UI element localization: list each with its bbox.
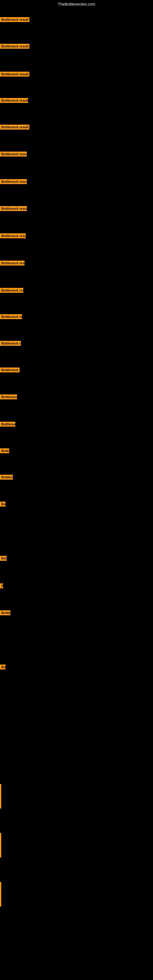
bottleneck-label: Bottleneck result: [0, 288, 23, 293]
bottleneck-label: Bottleneck result: [0, 17, 29, 22]
bottleneck-label: Bot: [0, 556, 7, 561]
bottleneck-label: Bottleneck res: [0, 314, 22, 319]
site-title: TheBottlenecker.com: [0, 1, 153, 8]
bottleneck-label: Bottl: [0, 449, 9, 453]
bottleneck-label: Bottleneck result: [0, 98, 28, 103]
bottleneck-label: Bottleneck result: [0, 206, 27, 211]
bottleneck-label: Bottlene: [0, 475, 13, 480]
bottleneck-label: Bottleneck result: [0, 179, 27, 184]
bottleneck-label: B: [0, 584, 3, 588]
bottleneck-label: Bottleneck result: [0, 72, 29, 76]
bottleneck-label: Bottleneck result: [0, 151, 27, 156]
bottleneck-label: Bottleneck: [0, 422, 15, 426]
bottleneck-label: Bo: [0, 502, 5, 506]
bottleneck-label: Bottle: [0, 610, 10, 615]
vertical-bar: [0, 784, 1, 808]
bottleneck-label: Bottleneck result: [0, 261, 24, 266]
bottleneck-label: Bottleneck result: [0, 44, 29, 49]
bottleneck-label: Bottleneck res: [0, 341, 21, 346]
bottleneck-label: Bottleneck re: [0, 395, 17, 399]
bottleneck-label: Bottleneck result: [0, 233, 26, 238]
vertical-bar: [0, 833, 1, 858]
bottleneck-label: Bottleneck res: [0, 368, 19, 372]
bottleneck-label: Bottleneck result: [0, 125, 29, 130]
vertical-bar: [0, 882, 1, 907]
bottleneck-label: Bo: [0, 665, 5, 670]
